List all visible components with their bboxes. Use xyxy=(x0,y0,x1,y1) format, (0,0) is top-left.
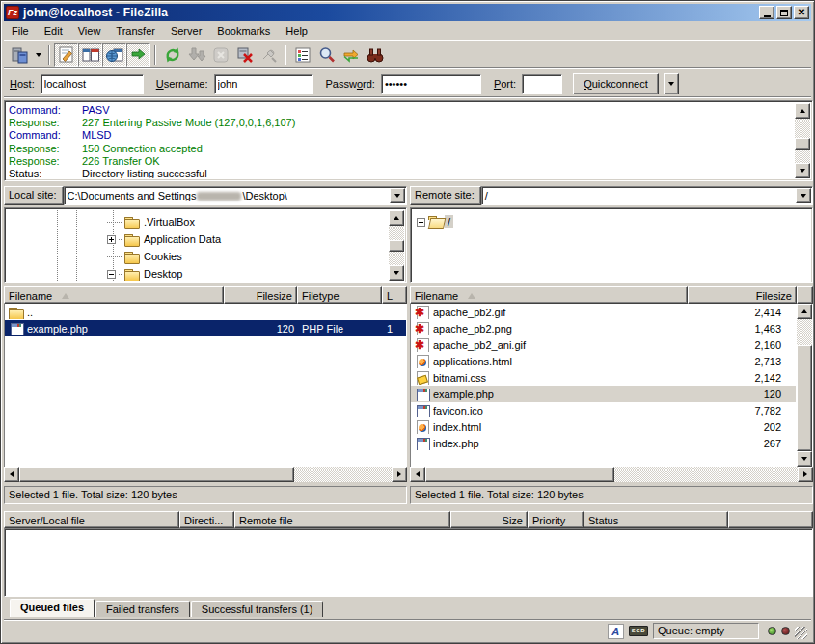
process-queue-button[interactable] xyxy=(184,43,208,67)
toggle-local-tree-button[interactable] xyxy=(78,43,102,67)
file-row[interactable]: applications.html2,713 xyxy=(411,353,796,369)
window-title: john@localhost - FileZilla xyxy=(23,6,759,19)
quickconnect-dropdown[interactable] xyxy=(664,73,679,94)
menu-item-server[interactable]: Server xyxy=(163,23,209,39)
file-row[interactable]: bitnami.css2,142 xyxy=(411,369,796,386)
port-input[interactable] xyxy=(522,74,562,94)
scroll-up-button[interactable] xyxy=(795,103,810,119)
minimize-button[interactable] xyxy=(759,6,774,19)
tree-expander-minus[interactable] xyxy=(107,270,116,279)
tree-item-label: Cookies xyxy=(141,250,185,263)
menu-item-transfer[interactable]: Transfer xyxy=(108,23,163,39)
tree-expander-plus[interactable] xyxy=(107,235,116,244)
tree-item[interactable]: .VirtualBox xyxy=(7,213,387,230)
file-row[interactable]: index.php267 xyxy=(411,435,796,451)
menu-item-file[interactable]: File xyxy=(4,23,37,39)
scroll-right-button[interactable] xyxy=(798,467,813,482)
queue-column-header-2[interactable]: Directi... xyxy=(179,511,234,528)
image-file-icon xyxy=(415,322,431,335)
scroll-down-button[interactable] xyxy=(389,265,404,281)
resize-grip[interactable] xyxy=(795,627,807,639)
toggle-transfer-queue-button[interactable] xyxy=(126,43,150,67)
queue-column-header-6[interactable]: Status xyxy=(584,511,728,528)
scroll-down-button[interactable] xyxy=(795,163,810,178)
menu-item-edit[interactable]: Edit xyxy=(37,23,70,39)
menu-item-help[interactable]: Help xyxy=(278,23,315,39)
column-header-filename[interactable]: Filename xyxy=(410,286,688,304)
toolbar-separator xyxy=(48,45,50,65)
refresh-button[interactable] xyxy=(160,43,184,67)
queue-column-header-4[interactable]: Size xyxy=(450,511,528,528)
column-header-filename[interactable]: Filename xyxy=(4,286,224,304)
cancel-operation-button[interactable] xyxy=(208,43,232,67)
directory-comparison-button[interactable] xyxy=(363,43,387,67)
queue-column-header-1[interactable]: Server/Local file xyxy=(4,511,179,528)
host-input[interactable] xyxy=(41,74,144,94)
column-header-filesize[interactable]: Filesize xyxy=(224,286,297,304)
file-name-cell: favicon.ico xyxy=(411,404,689,417)
scrollbar-thumb[interactable] xyxy=(19,467,294,482)
toggle-remote-tree-button[interactable] xyxy=(102,43,126,67)
column-header-lastmodified[interactable]: L xyxy=(382,286,407,304)
menu-item-bookmarks[interactable]: Bookmarks xyxy=(209,23,278,39)
username-input[interactable] xyxy=(214,74,313,94)
file-search-button[interactable] xyxy=(314,43,339,67)
scroll-right-button[interactable] xyxy=(392,467,407,482)
scrollbar-thumb[interactable] xyxy=(795,138,810,150)
tab-failed-transfers[interactable]: Failed transfers xyxy=(95,601,190,617)
close-button[interactable]: ✕ xyxy=(794,6,809,19)
local-site-combo[interactable]: C:\Documents and Settings \Desktop\ xyxy=(64,186,407,205)
tree-expander-plus[interactable] xyxy=(417,218,425,227)
column-header-filetype[interactable]: Filetype xyxy=(297,286,382,304)
file-row[interactable]: apache_pb2_ani.gif2,160 xyxy=(411,336,796,353)
site-manager-dropdown[interactable] xyxy=(32,43,44,67)
local-file-list: ..example.php120PHP File1 xyxy=(4,304,407,467)
maximize-button[interactable] xyxy=(776,6,792,19)
tree-item[interactable]: Application Data xyxy=(7,230,387,248)
remote-site-combo-dropdown[interactable] xyxy=(796,188,811,203)
file-row[interactable]: example.php120PHP File1 xyxy=(5,320,406,336)
scroll-down-button[interactable] xyxy=(797,451,812,467)
file-row[interactable]: .. xyxy=(5,304,406,320)
scroll-left-button[interactable] xyxy=(410,467,425,482)
transfer-type-icon[interactable]: A xyxy=(608,624,624,639)
scroll-up-button[interactable] xyxy=(389,210,404,226)
dropdown-arrow-icon xyxy=(36,53,41,57)
tree-item[interactable]: Cookies xyxy=(7,248,387,265)
remote-file-list: apache_pb2.gif2,414apache_pb2.png1,463ap… xyxy=(410,304,813,467)
scrollbar-thumb[interactable] xyxy=(389,240,404,252)
file-row[interactable]: index.html202 xyxy=(411,418,796,435)
menu-item-view[interactable]: View xyxy=(70,23,109,39)
scroll-up-button[interactable] xyxy=(797,304,812,319)
password-input[interactable] xyxy=(381,74,481,94)
file-row[interactable]: apache_pb2.png1,463 xyxy=(411,320,796,336)
file-row[interactable]: favicon.ico7,782 xyxy=(411,402,796,418)
queue-column-header-3[interactable]: Remote file xyxy=(234,511,450,528)
tab-queued-files[interactable]: Queued files xyxy=(10,599,95,617)
tab-successful-transfers[interactable]: Successful transfers (1) xyxy=(191,601,324,617)
file-name: apache_pb2_ani.gif xyxy=(433,339,526,351)
file-size-cell: 202 xyxy=(689,421,785,433)
filter-button[interactable] xyxy=(290,43,314,67)
scrollbar-thumb[interactable] xyxy=(797,345,812,451)
toggle-message-log-button[interactable] xyxy=(54,43,78,67)
scroll-left-button[interactable] xyxy=(4,467,19,482)
cancel-icon xyxy=(211,45,231,65)
column-header-filesize[interactable]: Filesize xyxy=(688,286,797,304)
filezilla-icon: Fz xyxy=(6,6,19,19)
quickconnect-button[interactable]: Quickconnect xyxy=(573,73,659,94)
remote-site-combo[interactable]: / xyxy=(481,186,813,205)
disconnect-button[interactable] xyxy=(232,43,257,67)
scrollbar-thumb[interactable] xyxy=(425,467,614,482)
local-site-combo-dropdown[interactable] xyxy=(390,188,405,203)
tree-item[interactable]: / xyxy=(417,213,808,230)
file-row[interactable]: apache_pb2.gif2,414 xyxy=(411,304,796,320)
site-manager-button[interactable] xyxy=(8,43,32,67)
file-size-cell: 7,782 xyxy=(689,405,785,416)
tree-item[interactable]: Desktop xyxy=(7,265,387,281)
queue-column-header-5[interactable]: Priority xyxy=(528,511,584,528)
synchronized-browsing-button[interactable] xyxy=(339,43,363,67)
reconnect-button[interactable] xyxy=(257,43,281,67)
file-row[interactable]: example.php120 xyxy=(411,386,796,402)
html-file-icon xyxy=(415,355,431,368)
